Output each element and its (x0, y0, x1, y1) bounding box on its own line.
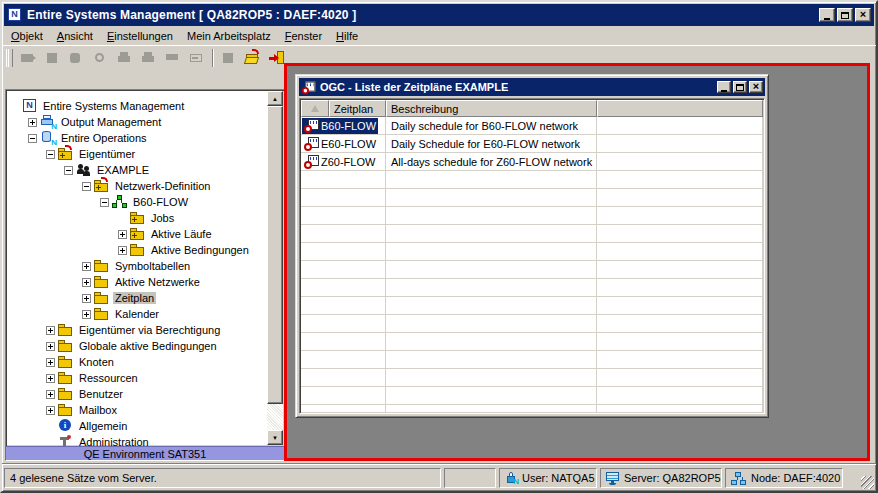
tree-item-symboltabellen[interactable]: Symboltabellen (8, 258, 284, 274)
beschreibung-cell[interactable]: All-days schedule for Z60-FLOW network (386, 153, 597, 171)
title-bar: N Entire Systems Management [ QA82ROP5 :… (4, 4, 874, 26)
menu-item-objekt[interactable]: Objekt (4, 28, 50, 44)
zeitplan-value: E60-FLOW (302, 136, 378, 152)
tree-item-output-management[interactable]: NOutput Management (8, 114, 284, 130)
tree-item-label: Kalender (113, 308, 161, 320)
tree-expander-icon[interactable] (46, 358, 55, 367)
tree-expander-icon[interactable] (46, 342, 55, 351)
menu-item-ansicht[interactable]: Ansicht (50, 28, 100, 44)
tree-item-benutzer[interactable]: Benutzer (8, 386, 284, 402)
menu-item-hilfe[interactable]: Hilfe (329, 28, 365, 44)
tree-expander-icon[interactable] (46, 326, 55, 335)
environment-label: QE Environment SAT351 (84, 448, 207, 460)
inner-maximize-button[interactable] (733, 81, 747, 93)
open-folder-icon-part (244, 57, 259, 64)
zeitplan-label: B60-FLOW (321, 120, 376, 132)
toolbar-button-blank[interactable] (217, 47, 241, 68)
toolbar-button-save[interactable] (41, 47, 65, 68)
zeitplan-cell[interactable]: E60-FLOW (301, 135, 386, 153)
tree-expander-icon[interactable] (82, 310, 91, 319)
beschreibung-cell[interactable]: Daily Schedule for E60-FLOW network (386, 135, 597, 153)
tree-item-kalender[interactable]: Kalender (8, 306, 284, 322)
scrollbar-thumb[interactable] (267, 106, 283, 404)
tree-item-aktive-l-ufe[interactable]: Aktive Läufe (8, 226, 284, 242)
maximize-button[interactable] (837, 8, 853, 22)
tree-expander-icon[interactable] (46, 374, 55, 383)
sort-column-header[interactable] (301, 100, 329, 117)
menu-item-mein-arbeitsplatz[interactable]: Mein Arbeitsplatz (180, 28, 278, 44)
close-button[interactable]: × (855, 8, 871, 22)
toolbar-button-copy[interactable] (65, 47, 89, 68)
tree-expander-icon[interactable] (28, 118, 37, 127)
resize-grip[interactable] (861, 476, 874, 489)
mdi-area-red-highlight: OGC - Liste der Zeitpläne EXAMPLE × Zeit… (284, 63, 870, 461)
beschreibung-column-header[interactable]: Beschreibung (386, 100, 597, 117)
scroll-up-button[interactable]: ▲ (267, 91, 283, 106)
folder-plus-icon-part (132, 217, 137, 222)
schedule-row-z60-flow[interactable]: Z60-FLOWAll-days schedule for Z60-FLOW n… (301, 153, 763, 171)
tree-expander-icon[interactable] (82, 182, 91, 191)
zeitplan-cell[interactable]: Z60-FLOW (301, 153, 386, 171)
toolbar-button-list[interactable] (113, 47, 137, 68)
main-window: N Entire Systems Management [ QA82ROP5 :… (0, 0, 878, 493)
tree-item-netzwerk-definition[interactable]: Netzwerk-Definition (8, 178, 284, 194)
exit-icon-part (274, 54, 279, 62)
tree-expander-icon[interactable] (28, 134, 37, 143)
tree-item-entire-systems-management[interactable]: NEntire Systems Management (8, 98, 284, 114)
tree-item-jobs[interactable]: Jobs (8, 210, 284, 226)
toolbar-button-export[interactable] (17, 47, 41, 68)
tree-item-aktive-netzwerke[interactable]: Aktive Netzwerke (8, 274, 284, 290)
tree-expander-icon[interactable] (46, 406, 55, 415)
schedule-row-e60-flow[interactable]: E60-FLOWDaily Schedule for E60-FLOW netw… (301, 135, 763, 153)
toolbar-button-print[interactable] (161, 47, 185, 68)
toolbar-button-open-folder[interactable] (241, 47, 265, 68)
tree-item-label: Symboltabellen (113, 260, 192, 272)
inner-close-button[interactable]: × (749, 81, 763, 93)
status-blank-section (444, 468, 496, 488)
schedule-row-b60-flow[interactable]: B60-FLOWDaily schedule for B60-FLOW netw… (301, 117, 763, 135)
scroll-down-button[interactable]: ▼ (267, 430, 283, 445)
empty-column-header[interactable] (597, 100, 763, 117)
tree-expander-icon[interactable] (46, 390, 55, 399)
toolbar-button-refresh[interactable] (89, 47, 113, 68)
folder-icon (58, 403, 74, 417)
folder-icon-part (94, 295, 108, 304)
tree-item-zeitplan[interactable]: Zeitplan (8, 290, 284, 306)
tree-item-mailbox[interactable]: Mailbox (8, 402, 284, 418)
inner-minimize-button[interactable] (717, 81, 731, 93)
server-icon (606, 472, 620, 485)
folder-icon (58, 371, 74, 385)
tree-expander-icon[interactable] (82, 294, 91, 303)
tree-item-eigent-mer[interactable]: Eigentümer (8, 146, 284, 162)
tree-scrollbar[interactable]: ▲ ▼ (267, 91, 283, 445)
tree-item-knoten[interactable]: Knoten (8, 354, 284, 370)
tree-expander-icon[interactable] (118, 230, 127, 239)
tree-item-ressourcen[interactable]: Ressourcen (8, 370, 284, 386)
beschreibung-cell[interactable]: Daily schedule for B60-FLOW network (386, 117, 597, 135)
toolbar-grip[interactable] (6, 49, 13, 67)
tree-item-eigent-mer-via-berechtigung[interactable]: Eigentümer via Berechtigung (8, 322, 284, 338)
zeitplan-cell[interactable]: B60-FLOW (301, 117, 386, 135)
tree-expander-icon[interactable] (46, 150, 55, 159)
menu-item-einstellungen[interactable]: Einstellungen (100, 28, 180, 44)
menu-item-fenster[interactable]: Fenster (278, 28, 329, 44)
tree-item-globale-aktive-bedingungen[interactable]: Globale aktive Bedingungen (8, 338, 284, 354)
tree-item-example[interactable]: EXAMPLE (8, 162, 284, 178)
minimize-button[interactable] (819, 8, 835, 22)
schedule-list-window: OGC - Liste der Zeitpläne EXAMPLE × Zeit… (295, 74, 769, 418)
tree-expander-icon[interactable] (100, 198, 109, 207)
tree-item-entire-operations[interactable]: NEntire Operations (8, 130, 284, 146)
tree-expander-icon[interactable] (64, 166, 73, 175)
zeitplan-column-header[interactable]: Zeitplan (329, 100, 386, 117)
tree-item-allgemein[interactable]: iAllgemein (8, 418, 284, 434)
toolbar-button-minimize-window[interactable] (185, 47, 209, 68)
tree-item-b60-flow[interactable]: B60-FLOW (8, 194, 284, 210)
tree-expander-icon[interactable] (82, 262, 91, 271)
toolbar-button-print-preview[interactable] (137, 47, 161, 68)
schedule-icon (304, 137, 320, 151)
schedule-icon-part (310, 157, 317, 160)
tree-item-aktive-bedingungen[interactable]: Aktive Bedingungen (8, 242, 284, 258)
folder-icon-part (94, 311, 108, 320)
tree-expander-icon[interactable] (118, 246, 127, 255)
tree-expander-icon[interactable] (82, 278, 91, 287)
